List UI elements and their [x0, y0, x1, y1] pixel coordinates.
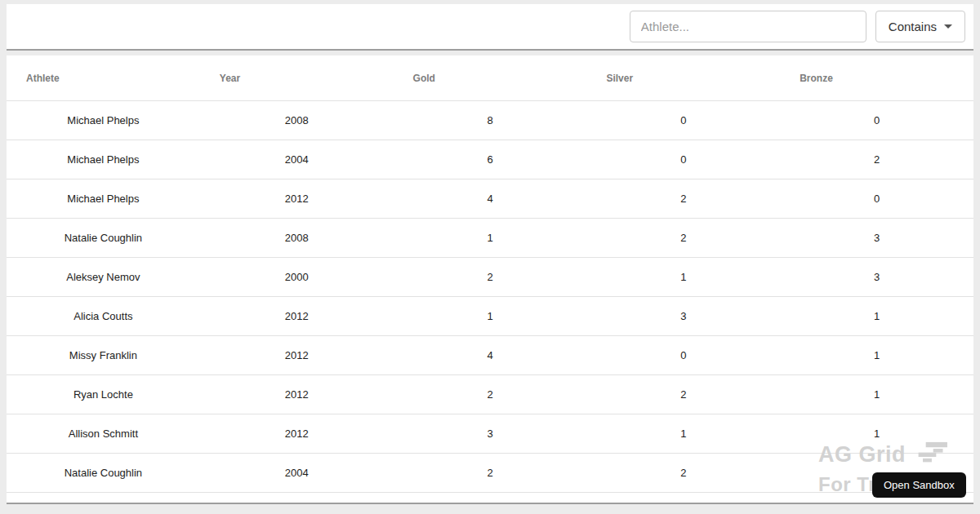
table-row[interactable]: Alicia Coutts2012131 — [7, 297, 973, 336]
cell-silver[interactable]: 0 — [586, 101, 780, 140]
cell-athlete[interactable]: Missy Franklin — [7, 336, 200, 374]
filter-type-label: Contains — [889, 20, 937, 33]
athlete-filter-input[interactable] — [630, 11, 866, 42]
column-header-bronze[interactable]: Bronze — [780, 55, 973, 100]
cell-gold[interactable]: 4 — [394, 336, 587, 374]
cell-silver[interactable]: 1 — [586, 258, 780, 296]
cell-year[interactable]: 2004 — [200, 454, 394, 492]
cell-athlete[interactable]: Allison Schmitt — [7, 414, 200, 453]
chevron-down-icon — [944, 24, 952, 29]
table-row[interactable]: Aleksey Nemov2000213 — [7, 258, 973, 297]
table-row[interactable]: Natalie Coughlin2008123 — [7, 219, 973, 258]
cell-silver[interactable]: 0 — [586, 336, 780, 374]
cell-athlete[interactable]: Michael Phelps — [7, 179, 200, 218]
cell-bronze[interactable]: 2 — [780, 140, 973, 179]
table-row[interactable]: Missy Franklin2012401 — [7, 336, 973, 375]
cell-year[interactable]: 2004 — [200, 140, 394, 179]
cell-gold[interactable]: 4 — [394, 179, 587, 218]
column-header-gold[interactable]: Gold — [394, 55, 587, 100]
cell-silver[interactable]: 2 — [586, 454, 780, 492]
cell-gold[interactable]: 3 — [394, 414, 587, 453]
cell-athlete[interactable]: Ryan Lochte — [7, 375, 200, 414]
table-row[interactable]: Michael Phelps2004602 — [7, 140, 973, 179]
grid-header-row: Athlete Year Gold Silver Bronze — [7, 55, 973, 101]
column-header-silver[interactable]: Silver — [586, 55, 780, 100]
cell-silver[interactable]: 3 — [586, 297, 780, 335]
cell-year[interactable]: 2008 — [200, 101, 394, 140]
cell-silver[interactable]: 2 — [586, 375, 780, 414]
cell-gold[interactable]: 2 — [394, 454, 587, 492]
cell-athlete[interactable]: Natalie Coughlin — [7, 219, 200, 257]
open-sandbox-button[interactable]: Open Sandbox — [872, 472, 966, 498]
table-row[interactable]: Natalie Coughlin200422 — [7, 454, 973, 493]
cell-gold[interactable]: 2 — [394, 258, 587, 296]
table-row[interactable]: Allison Schmitt2012311 — [7, 414, 973, 454]
cell-athlete[interactable]: Michael Phelps — [7, 101, 200, 140]
cell-year[interactable]: 2012 — [200, 179, 394, 218]
cell-year[interactable]: 2012 — [200, 336, 394, 374]
cell-bronze[interactable]: 0 — [780, 179, 973, 218]
cell-athlete[interactable]: Natalie Coughlin — [7, 454, 200, 492]
cell-bronze[interactable]: 1 — [780, 414, 973, 453]
cell-bronze[interactable]: 0 — [780, 101, 973, 140]
cell-bronze[interactable]: 1 — [780, 297, 973, 335]
table-row[interactable]: Michael Phelps2008800 — [7, 101, 973, 140]
cell-year[interactable]: 2012 — [200, 375, 394, 414]
cell-year[interactable]: 2008 — [200, 219, 394, 257]
cell-gold[interactable]: 8 — [394, 101, 587, 140]
cell-athlete[interactable]: Michael Phelps — [7, 140, 200, 179]
cell-bronze[interactable]: 1 — [780, 336, 973, 374]
cell-bronze[interactable]: 3 — [780, 258, 973, 296]
data-grid: Athlete Year Gold Silver Bronze Michael … — [7, 55, 973, 504]
cell-gold[interactable]: 6 — [394, 140, 587, 179]
cell-year[interactable]: 2000 — [200, 258, 394, 296]
cell-silver[interactable]: 1 — [586, 414, 780, 453]
cell-bronze[interactable]: 1 — [780, 375, 973, 414]
cell-gold[interactable]: 2 — [394, 375, 587, 414]
column-header-year[interactable]: Year — [200, 55, 394, 100]
filter-toolbar: Contains — [7, 4, 973, 51]
cell-silver[interactable]: 0 — [586, 140, 780, 179]
cell-bronze[interactable]: 3 — [780, 219, 973, 257]
cell-year[interactable]: 2012 — [200, 414, 394, 453]
contains-dropdown-button[interactable]: Contains — [875, 11, 965, 42]
page: Contains Athlete Year Gold Silver Bronze… — [0, 0, 980, 514]
cell-silver[interactable]: 2 — [586, 219, 780, 257]
cell-gold[interactable]: 1 — [394, 219, 587, 257]
cell-gold[interactable]: 1 — [394, 297, 587, 335]
table-row[interactable]: Michael Phelps2012420 — [7, 179, 973, 219]
cell-athlete[interactable]: Aleksey Nemov — [7, 258, 200, 296]
cell-year[interactable]: 2012 — [200, 297, 394, 335]
grid-body: Michael Phelps2008800Michael Phelps20046… — [7, 101, 973, 493]
cell-athlete[interactable]: Alicia Coutts — [7, 297, 200, 335]
cell-silver[interactable]: 2 — [586, 179, 780, 218]
table-row[interactable]: Ryan Lochte2012221 — [7, 375, 973, 414]
column-header-athlete[interactable]: Athlete — [7, 55, 200, 100]
